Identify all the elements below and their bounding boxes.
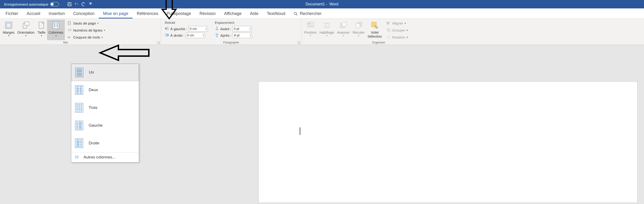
adroite-input[interactable]: 0 cm▴▾ [186,32,205,38]
colonnes-button[interactable]: Colonnes ▾ [47,20,64,40]
orientation-button[interactable]: Orientation ▾ [16,20,36,40]
tab-revision[interactable]: Révision [195,9,220,18]
save-icon[interactable] [67,2,72,7]
align-icon [386,21,391,25]
grouper-label: Grouper [392,28,405,32]
title-separator: - [326,2,328,6]
apres-input[interactable]: 8 pt▴▾ [233,32,252,38]
marges-button[interactable]: Marges ▾ [2,20,16,40]
group-paragraphe-launcher[interactable]: ↘ [298,41,300,44]
avant-label: Avant : [220,27,231,31]
indent-left-icon [165,27,169,31]
dropdown-item-droite[interactable]: Droite [71,134,139,152]
document-page[interactable] [258,81,638,203]
spinner-icon[interactable]: ▴▾ [206,27,207,31]
chevron-down-icon: ▾ [41,34,42,37]
selection-pane-icon [370,21,379,29]
annotation-arrow-down-icon [161,0,178,20]
colonnes-label: Colonnes [48,30,63,34]
svg-rect-6 [6,22,12,28]
svg-point-4 [294,12,297,15]
volet-label: VoletSélection [368,30,382,38]
avancer-button[interactable]: Avancer ▾ [336,20,351,40]
search-label: Rechercher [300,11,322,16]
grouper-button[interactable]: Grouper ▾ [386,27,409,33]
rotation-button[interactable]: Rotation ▾ [386,34,409,40]
retrait-title: Retrait [165,20,208,24]
tab-insertion[interactable]: Insertion [44,9,69,18]
search-tab[interactable]: Rechercher [290,9,326,18]
tab-accueil[interactable]: Accueil [22,9,44,18]
numeros-button[interactable]: 12 Numéros de lignes ▾ [67,27,106,33]
reculer-button[interactable]: Reculer ▾ [351,20,366,40]
hyphenation-icon: bc [68,35,72,39]
tab-affichage[interactable]: Affichage [220,9,246,18]
chevron-down-icon: ▾ [358,34,359,37]
autosave-toggle[interactable] [50,2,59,6]
qat-customize-icon[interactable] [88,2,93,7]
tab-textaloud[interactable]: TextAloud [262,9,290,18]
aligner-button[interactable]: Aligner ▾ [386,20,409,26]
annotation-arrow-left-icon [98,44,150,62]
sauts-button[interactable]: Sauts de page ▾ [67,20,106,26]
tab-fichier[interactable]: Fichier [2,9,22,18]
chevron-down-icon: ▾ [404,22,406,24]
svg-rect-53 [388,23,389,24]
reculer-icon [354,21,363,29]
group-mise-launcher[interactable]: ↘ [157,41,160,44]
volet-selection-button[interactable]: VoletSélection [366,20,383,40]
tab-miseenpage[interactable]: Mise en page [99,9,132,18]
chevron-down-icon: ▾ [56,34,57,37]
more-columns-icon [75,156,80,159]
marges-label: Marges [3,30,14,34]
avancer-icon [339,21,348,29]
habillage-button[interactable]: Habillage ▾ [318,20,336,40]
apres-label: Après : [220,33,232,37]
colonnes-icon [52,21,60,29]
svg-line-5 [296,14,298,15]
spinner-icon[interactable]: ▴▾ [250,27,251,31]
position-icon [306,21,315,29]
columns-three-icon [75,103,83,112]
tab-references[interactable]: Références [132,9,162,18]
tab-conception[interactable]: Conception [69,9,99,18]
adroite-value: 0 cm [187,33,194,37]
reculer-label: Reculer [353,30,365,34]
chevron-down-icon: ▾ [343,34,344,37]
svg-rect-11 [53,22,59,28]
chevron-down-icon: ▾ [25,34,26,37]
habillage-icon [323,21,331,29]
chevron-down-icon: ▾ [104,29,105,31]
dropdown-item-trois[interactable]: Trois [71,99,139,117]
agauche-input[interactable]: 0 cm▴▾ [188,26,208,31]
agauche-label: À gauche : [170,27,187,31]
dropdown-label-un: Un [89,70,94,75]
coupure-button[interactable]: bc Coupure de mots ▾ [67,34,106,40]
aligner-label: Aligner [392,21,403,25]
title-center: Document1 - Word [306,2,338,6]
spinner-icon[interactable]: ▴▾ [203,33,204,37]
redo-icon[interactable] [81,2,86,7]
space-after-icon [215,33,219,37]
columns-one-icon [75,68,83,77]
tab-aide[interactable]: Aide [246,9,262,18]
position-button[interactable]: Position ▾ [303,20,318,40]
dropdown-item-un[interactable]: Un [71,64,139,81]
orientation-label: Orientation [17,30,34,34]
numeros-label: Numéros de lignes [73,28,102,32]
svg-rect-7 [6,23,11,27]
taille-button[interactable]: Taille ▾ [36,20,47,40]
dropdown-item-gauche[interactable]: Gauche [71,117,139,134]
dropdown-label-gauche: Gauche [89,123,103,128]
adroite-label: À droite : [170,33,184,37]
dropdown-label-trois: Trois [89,105,97,110]
undo-icon[interactable] [74,2,79,7]
svg-text:bc: bc [68,36,70,38]
dropdown-item-more[interactable]: Autres colonnes... [71,152,139,162]
spinner-icon[interactable]: ▴▾ [250,33,251,37]
dropdown-item-deux[interactable]: Deux [71,81,139,99]
espacement-title: Espacement [215,20,252,24]
search-icon [294,12,298,16]
taille-label: Taille [38,30,46,34]
avant-input[interactable]: 0 pt▴▾ [232,26,252,31]
